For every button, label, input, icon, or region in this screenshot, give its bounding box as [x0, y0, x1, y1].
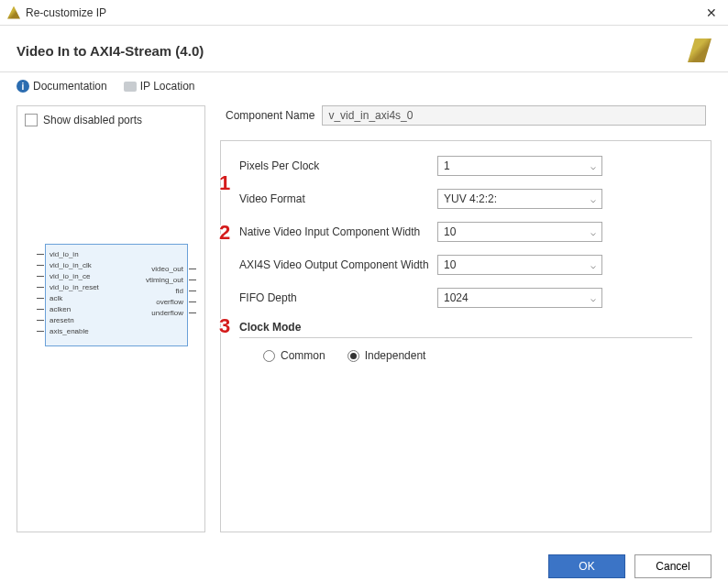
ok-button[interactable]: OK	[548, 554, 625, 578]
config-panel: Pixels Per Clock 1 ⌵ 1 Video Format YUV …	[220, 140, 711, 532]
port-label: aclk	[50, 294, 62, 302]
video-format-value: YUV 4:2:2:	[444, 192, 497, 205]
field-axi4s-width: AXI4S Video Output Component Width 10 ⌵	[239, 255, 692, 275]
video-format-label: Video Format	[239, 192, 437, 205]
port-label: vid_io_in_ce	[50, 272, 90, 280]
port-label: vid_io_in_clk	[50, 261, 92, 269]
show-disabled-ports-label: Show disabled ports	[43, 114, 142, 126]
dialog-footer: OK Cancel	[0, 545, 728, 581]
radio-icon	[263, 350, 275, 362]
clock-mode-common-radio[interactable]: Common	[263, 349, 325, 362]
pixels-per-clock-value: 1	[444, 159, 450, 172]
component-name-label: Component Name	[226, 109, 314, 122]
cancel-button[interactable]: Cancel	[634, 554, 711, 578]
chevron-down-icon: ⌵	[590, 227, 596, 237]
field-pixels-per-clock: Pixels Per Clock 1 ⌵	[239, 156, 692, 176]
native-width-select[interactable]: 10 ⌵	[437, 222, 602, 242]
fifo-depth-select[interactable]: 1024 ⌵	[437, 288, 602, 308]
chevron-down-icon: ⌵	[590, 161, 596, 171]
page-title: Video In to AXI4-Stream (4.0)	[17, 43, 204, 59]
chevron-down-icon: ⌵	[590, 293, 596, 303]
port-label: aclken	[50, 305, 71, 313]
port-label: vtiming_out	[146, 276, 183, 284]
content-area: Show disabled ports vid_io_in vid_io_in_…	[0, 105, 728, 545]
pixels-per-clock-label: Pixels Per Clock	[239, 159, 437, 172]
clock-mode-independent-radio[interactable]: Independent	[347, 349, 426, 362]
linkbar: i Documentation IP Location	[0, 72, 728, 105]
app-logo-small	[7, 6, 20, 19]
clock-mode-independent-label: Independent	[365, 349, 426, 362]
chevron-down-icon: ⌵	[590, 260, 596, 270]
ip-location-link[interactable]: IP Location	[124, 80, 195, 93]
section-divider	[239, 337, 692, 338]
port-label: axis_enable	[50, 327, 89, 335]
port-label: underflow	[151, 309, 183, 317]
native-width-label: Native Video Input Component Width	[239, 225, 437, 238]
annotation-3: 3	[214, 315, 236, 337]
close-icon[interactable]: ✕	[702, 5, 721, 20]
port-label: vid_io_in	[50, 250, 79, 258]
port-label: fid	[176, 287, 183, 295]
axi4s-width-select[interactable]: 10 ⌵	[437, 255, 602, 275]
port-label: vid_io_in_reset	[50, 283, 99, 291]
annotation-1: 1	[214, 172, 236, 194]
field-native-width: 2 Native Video Input Component Width 10 …	[239, 222, 692, 242]
ip-block-diagram: vid_io_in vid_io_in_clk vid_io_in_ce vid…	[45, 244, 188, 346]
field-fifo-depth: FIFO Depth 1024 ⌵	[239, 288, 692, 308]
fifo-depth-value: 1024	[444, 291, 469, 304]
clock-mode-label: Clock Mode	[239, 321, 301, 334]
native-width-value: 10	[444, 225, 456, 238]
ip-location-label: IP Location	[140, 80, 195, 93]
annotation-2: 2	[214, 222, 236, 244]
pixels-per-clock-select[interactable]: 1 ⌵	[437, 156, 602, 176]
show-disabled-ports-checkbox[interactable]	[25, 114, 38, 126]
info-icon: i	[17, 80, 29, 93]
folder-icon	[124, 82, 137, 92]
fifo-depth-label: FIFO Depth	[239, 291, 437, 304]
clock-mode-section-title: 3 Clock Mode	[239, 321, 692, 334]
axi4s-width-label: AXI4S Video Output Component Width	[239, 258, 437, 271]
titlebar: Re-customize IP ✕	[0, 0, 728, 26]
documentation-link[interactable]: i Documentation	[17, 80, 107, 93]
component-name-input[interactable]	[322, 105, 706, 126]
preview-panel: Show disabled ports vid_io_in vid_io_in_…	[17, 105, 205, 532]
radio-icon	[347, 350, 359, 362]
page-header: Video In to AXI4-Stream (4.0)	[0, 26, 728, 71]
clock-mode-common-label: Common	[281, 349, 325, 362]
documentation-label: Documentation	[33, 80, 107, 93]
field-video-format: 1 Video Format YUV 4:2:2: ⌵	[239, 189, 692, 209]
axi4s-width-value: 10	[444, 258, 456, 271]
port-label: overflow	[156, 298, 183, 306]
window-title: Re-customize IP	[26, 6, 106, 19]
port-label: video_out	[151, 265, 183, 273]
vendor-logo	[688, 38, 711, 62]
video-format-select[interactable]: YUV 4:2:2: ⌵	[437, 189, 602, 209]
port-label: aresetn	[50, 316, 74, 324]
clock-mode-radio-group: Common Independent	[239, 349, 692, 362]
chevron-down-icon: ⌵	[590, 194, 596, 204]
config-area: Component Name Pixels Per Clock 1 ⌵ 1 Vi…	[220, 105, 711, 532]
